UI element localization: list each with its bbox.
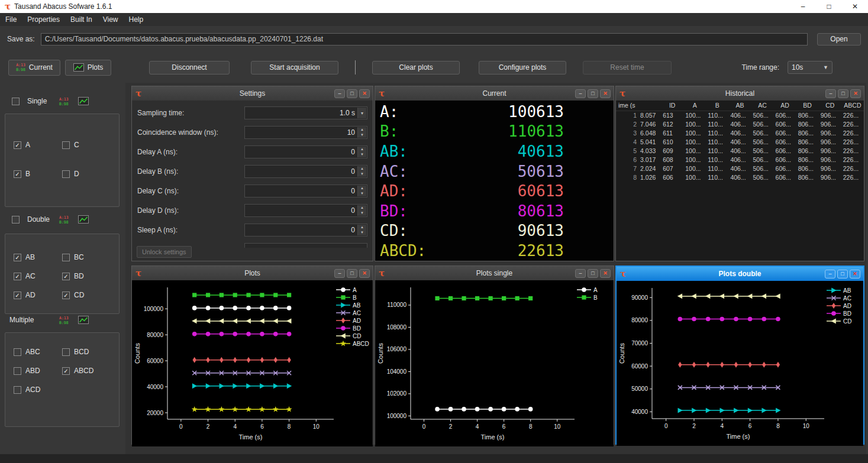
table-row[interactable]: 36.048611100...110...406...506...606...8…: [616, 128, 864, 137]
spin-up-button[interactable]: ▲: [357, 166, 366, 171]
spin-down-button[interactable]: ▼: [357, 211, 366, 216]
plots-double-window-titlebar[interactable]: τ Plots double – □ ✕: [617, 267, 863, 281]
checkbox-acd[interactable]: [14, 386, 21, 394]
column-header-ad[interactable]: AD: [774, 101, 796, 111]
checkbox-bd[interactable]: ✓: [62, 273, 70, 280]
menu-item-built-in[interactable]: Built In: [65, 13, 98, 26]
table-row[interactable]: 72.024607100...110...406...506...606...8…: [616, 164, 864, 173]
checkbox-abd[interactable]: [14, 367, 21, 375]
close-button[interactable]: ✕: [850, 89, 861, 98]
table-row[interactable]: 27.046612100...110...406...506...606...8…: [616, 119, 864, 128]
maximize-button[interactable]: □: [838, 89, 848, 98]
close-button[interactable]: ✕: [359, 89, 370, 98]
settings-dropdown[interactable]: 1.0 s▾: [244, 106, 367, 119]
unlock-settings-button[interactable]: Unlock settings: [137, 246, 192, 258]
reset-time-button[interactable]: Reset time: [583, 61, 672, 75]
close-button[interactable]: ✕: [359, 269, 370, 278]
plots-single-window-titlebar[interactable]: τ Plots single – □ ✕: [375, 266, 614, 280]
table-row[interactable]: 81.026606100...110...406...506...606...8…: [616, 173, 864, 182]
spin-up-button[interactable]: ▲: [357, 127, 366, 132]
spin-up-button[interactable]: ▲: [357, 205, 366, 211]
spin-down-button[interactable]: ▼: [357, 191, 366, 196]
maximize-button[interactable]: □: [837, 270, 848, 279]
plots-view-button[interactable]: Plots: [65, 60, 111, 76]
spin-up-button[interactable]: ▲: [357, 186, 366, 191]
minimize-button[interactable]: –: [334, 89, 345, 98]
app-close-button[interactable]: ✕: [842, 0, 868, 13]
clear-plots-button[interactable]: Clear plots: [372, 61, 460, 75]
spin-down-button[interactable]: ▼: [357, 171, 366, 177]
checkbox-bcd[interactable]: [62, 348, 70, 356]
checkbox-a[interactable]: ✓: [14, 141, 21, 149]
maximize-button[interactable]: □: [347, 269, 357, 278]
current-window-titlebar[interactable]: τ Current – □ ✕: [375, 86, 614, 101]
spin-down-button[interactable]: ▼: [357, 132, 366, 138]
spin-down-button[interactable]: ▼: [357, 230, 366, 235]
minimize-button[interactable]: –: [334, 269, 345, 278]
minimize-button[interactable]: –: [575, 269, 586, 278]
close-button[interactable]: ✕: [600, 269, 611, 278]
checkbox-abcd[interactable]: ✓: [62, 367, 70, 375]
checkbox-ac[interactable]: ✓: [14, 273, 21, 280]
checkbox-double-all[interactable]: [12, 216, 20, 224]
minimize-button[interactable]: –: [825, 270, 835, 279]
table-row[interactable]: 45.041610100...110...406...506...606...8…: [616, 137, 864, 146]
spin-up-button[interactable]: ▲: [357, 147, 366, 152]
checkbox-cd[interactable]: ✓: [62, 292, 70, 299]
checkbox-d[interactable]: [62, 170, 70, 178]
column-header-b[interactable]: B: [706, 101, 728, 111]
column-header-ab[interactable]: AB: [728, 101, 751, 111]
channel-label: BC: [74, 253, 84, 261]
spin-up-button[interactable]: ▲: [357, 225, 366, 230]
minimize-button[interactable]: –: [575, 89, 586, 98]
minimize-button[interactable]: –: [825, 89, 836, 98]
time-range-dropdown[interactable]: 10s ▼: [788, 61, 832, 74]
checkbox-single-all[interactable]: [12, 98, 20, 105]
disconnect-button[interactable]: Disconnect: [149, 61, 230, 75]
maximize-button[interactable]: □: [588, 89, 598, 98]
settings-spinbox[interactable]: 0▲▼: [244, 224, 367, 237]
open-button[interactable]: Open: [817, 33, 861, 46]
spin-down-button[interactable]: ▼: [357, 152, 366, 157]
table-row[interactable]: 63.017608100...110...406...506...606...8…: [616, 155, 864, 164]
configure-plots-button[interactable]: Configure plots: [479, 61, 566, 75]
column-header-id[interactable]: ID: [661, 101, 683, 111]
dropdown-arrow-icon[interactable]: ▾: [357, 108, 366, 118]
menu-item-properties[interactable]: Properties: [22, 13, 65, 26]
start-acquisition-button[interactable]: Start acquisition: [251, 61, 338, 75]
column-header-bd[interactable]: BD: [796, 101, 819, 111]
historical-window-titlebar[interactable]: τ Historical – □ ✕: [616, 86, 864, 101]
app-maximize-button[interactable]: □: [816, 0, 842, 13]
menu-item-file[interactable]: File: [0, 13, 22, 26]
settings-spinbox[interactable]: 0▲▼: [244, 165, 367, 178]
maximize-button[interactable]: □: [347, 89, 357, 98]
app-titlebar[interactable]: τ Tausand Abacus Sofware 1.6.1 – □ ✕: [0, 0, 868, 13]
column-header-cd[interactable]: CD: [819, 101, 841, 111]
current-view-button[interactable]: A:13 B:98 Current: [8, 60, 60, 76]
menu-item-help[interactable]: Help: [124, 13, 149, 26]
close-button[interactable]: ✕: [850, 270, 860, 279]
column-header-imes[interactable]: ime (s: [616, 101, 661, 111]
maximize-button[interactable]: □: [588, 269, 598, 278]
plots-window-titlebar[interactable]: τ Plots – □ ✕: [132, 266, 373, 280]
checkbox-bc[interactable]: [62, 254, 70, 261]
checkbox-b[interactable]: ✓: [14, 170, 21, 178]
checkbox-ab[interactable]: ✓: [14, 254, 21, 261]
save-path-input[interactable]: [41, 33, 808, 46]
column-header-a[interactable]: A: [683, 101, 706, 111]
app-minimize-button[interactable]: –: [790, 0, 816, 13]
checkbox-c[interactable]: [62, 141, 70, 149]
checkbox-abc[interactable]: [14, 348, 21, 356]
settings-spinbox[interactable]: 0▲▼: [244, 184, 367, 197]
table-row[interactable]: 18.057613100...110...406...506...606...8…: [616, 111, 864, 119]
checkbox-ad[interactable]: ✓: [14, 292, 21, 299]
column-header-ac[interactable]: AC: [751, 101, 773, 111]
table-row[interactable]: 54.033609100...110...406...506...606...8…: [616, 146, 864, 155]
column-header-abcd[interactable]: ABCD: [841, 101, 864, 111]
settings-spinbox[interactable]: 10▲▼: [244, 126, 367, 139]
close-button[interactable]: ✕: [600, 89, 611, 98]
settings-spinbox[interactable]: 0▲▼: [244, 145, 367, 158]
settings-spinbox[interactable]: 0▲▼: [244, 204, 367, 217]
menu-item-view[interactable]: View: [98, 13, 124, 26]
settings-window-titlebar[interactable]: τ Settings – □ ✕: [132, 86, 373, 101]
